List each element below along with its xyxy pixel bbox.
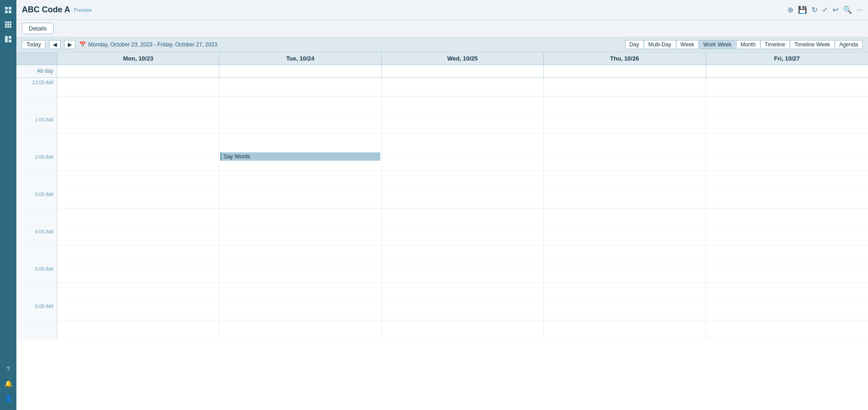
sidebar-icon-apps[interactable]: [2, 18, 15, 31]
cell-6am-mon[interactable]: [57, 302, 219, 320]
cell-630am-fri[interactable]: [706, 320, 868, 339]
cell-1am-mon[interactable]: [57, 115, 219, 134]
cell-6am-thu[interactable]: [544, 302, 706, 320]
bell-icon[interactable]: 🔔: [2, 377, 15, 390]
cell-530am-thu[interactable]: [544, 283, 706, 302]
cell-130am-fri[interactable]: [706, 134, 868, 152]
cell-4am-wed[interactable]: [382, 227, 544, 246]
cell-1am-fri[interactable]: [706, 115, 868, 134]
cell-130am-thu[interactable]: [544, 134, 706, 152]
cell-530am-fri[interactable]: [706, 283, 868, 302]
view-day[interactable]: Day: [625, 40, 643, 49]
cell-4am-tue[interactable]: [219, 227, 381, 246]
cell-5am-mon[interactable]: [57, 264, 219, 283]
cell-630am-wed[interactable]: [382, 320, 544, 339]
cell-3am-mon[interactable]: [57, 190, 219, 208]
sidebar-icon-grid2[interactable]: [2, 33, 15, 46]
allday-mon[interactable]: [57, 65, 219, 77]
view-timeline[interactable]: Timeline: [760, 40, 789, 49]
user-icon[interactable]: 👤: [2, 392, 15, 405]
cell-3am-fri[interactable]: [706, 190, 868, 208]
cell-5am-wed[interactable]: [382, 264, 544, 283]
cell-530am-wed[interactable]: [382, 283, 544, 302]
cell-330am-fri[interactable]: [706, 208, 868, 227]
cell-430am-mon[interactable]: [57, 246, 219, 264]
cell-230am-thu[interactable]: [544, 171, 706, 190]
details-button[interactable]: Details: [22, 23, 54, 34]
cell-230am-tue[interactable]: [219, 171, 381, 190]
cell-1am-thu[interactable]: [544, 115, 706, 134]
event-say-words[interactable]: Say Words: [220, 152, 380, 161]
undo-icon[interactable]: ↩: [833, 5, 838, 14]
search-icon[interactable]: 🔍: [843, 5, 852, 14]
cell-3am-tue[interactable]: [219, 190, 381, 208]
cell-3am-wed[interactable]: [382, 190, 544, 208]
cell-2am-fri[interactable]: [706, 152, 868, 171]
cell-530am-tue[interactable]: [219, 283, 381, 302]
cell-4am-fri[interactable]: [706, 227, 868, 246]
more-icon[interactable]: ···: [857, 6, 863, 14]
cell-130am-wed[interactable]: [382, 134, 544, 152]
cell-430am-thu[interactable]: [544, 246, 706, 264]
today-button[interactable]: Today: [22, 40, 45, 49]
cell-2am-tue[interactable]: Say Words: [219, 152, 381, 171]
cell-430am-wed[interactable]: [382, 246, 544, 264]
cell-2am-thu[interactable]: [544, 152, 706, 171]
cell-230am-wed[interactable]: [382, 171, 544, 190]
allday-fri[interactable]: [706, 65, 868, 77]
view-multiday[interactable]: Multi-Day: [644, 40, 676, 49]
cell-5am-thu[interactable]: [544, 264, 706, 283]
cell-430am-fri[interactable]: [706, 246, 868, 264]
cell-1230am-thu[interactable]: [544, 96, 706, 115]
view-timeline-week[interactable]: Timeline Week: [790, 40, 834, 49]
view-week[interactable]: Week: [676, 40, 698, 49]
cell-1230am-mon[interactable]: [57, 96, 219, 115]
cell-3am-thu[interactable]: [544, 190, 706, 208]
cell-5am-tue[interactable]: [219, 264, 381, 283]
cell-4am-thu[interactable]: [544, 227, 706, 246]
cell-6am-wed[interactable]: [382, 302, 544, 320]
next-button[interactable]: ▶: [64, 40, 76, 49]
view-workweek[interactable]: Work Week: [699, 40, 736, 49]
check-icon[interactable]: ✓: [822, 5, 828, 14]
cell-4am-mon[interactable]: [57, 227, 219, 246]
cell-12am-wed[interactable]: [382, 78, 544, 96]
cell-630am-tue[interactable]: [219, 320, 381, 339]
cell-630am-thu[interactable]: [544, 320, 706, 339]
cell-6am-tue[interactable]: [219, 302, 381, 320]
cell-2am-mon[interactable]: [57, 152, 219, 171]
cell-230am-mon[interactable]: [57, 171, 219, 190]
cell-130am-tue[interactable]: [219, 134, 381, 152]
cell-630am-mon[interactable]: [57, 320, 219, 339]
cell-12am-mon[interactable]: [57, 78, 219, 96]
save-icon[interactable]: 💾: [798, 5, 807, 14]
allday-tue[interactable]: [219, 65, 381, 77]
prev-button[interactable]: ◀: [49, 40, 61, 49]
cell-330am-tue[interactable]: [219, 208, 381, 227]
cell-530am-mon[interactable]: [57, 283, 219, 302]
add-icon[interactable]: ⊕: [787, 5, 793, 14]
cell-12am-tue[interactable]: [219, 78, 381, 96]
cell-1230am-fri[interactable]: [706, 96, 868, 115]
view-agenda[interactable]: Agenda: [835, 40, 863, 49]
cell-2am-wed[interactable]: [382, 152, 544, 171]
cell-330am-wed[interactable]: [382, 208, 544, 227]
cell-1am-wed[interactable]: [382, 115, 544, 134]
help-icon[interactable]: ?: [2, 363, 15, 375]
cell-12am-thu[interactable]: [544, 78, 706, 96]
refresh-icon[interactable]: ↻: [812, 5, 818, 14]
cell-130am-mon[interactable]: [57, 134, 219, 152]
cell-330am-thu[interactable]: [544, 208, 706, 227]
cell-12am-fri[interactable]: [706, 78, 868, 96]
cell-1230am-tue[interactable]: [219, 96, 381, 115]
cell-430am-tue[interactable]: [219, 246, 381, 264]
cell-1230am-wed[interactable]: [382, 96, 544, 115]
allday-thu[interactable]: [544, 65, 706, 77]
cell-6am-fri[interactable]: [706, 302, 868, 320]
cell-1am-tue[interactable]: [219, 115, 381, 134]
sidebar-icon-grid[interactable]: [2, 4, 15, 16]
cell-230am-fri[interactable]: [706, 171, 868, 190]
allday-wed[interactable]: [382, 65, 544, 77]
cell-330am-mon[interactable]: [57, 208, 219, 227]
cell-5am-fri[interactable]: [706, 264, 868, 283]
